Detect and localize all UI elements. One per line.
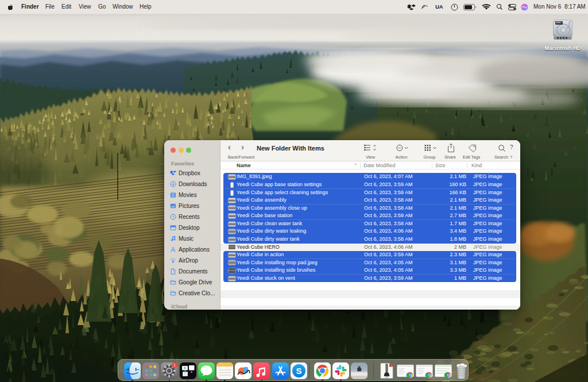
- svg-text:ZIP: ZIP: [385, 376, 389, 378]
- svg-text:1: 1: [174, 363, 176, 367]
- svg-text:S: S: [296, 366, 301, 376]
